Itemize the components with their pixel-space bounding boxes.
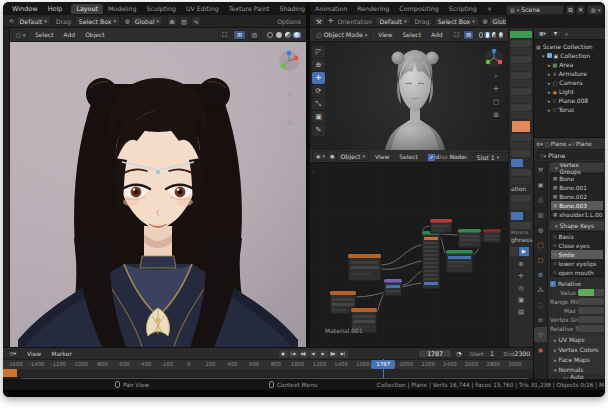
field-value-value[interactable]	[578, 289, 604, 296]
outliner-row-scene-collection[interactable]: ▦Scene Collection	[536, 42, 605, 51]
menu-help[interactable]: Help	[43, 5, 68, 13]
current-frame-pill[interactable]: 1787	[371, 360, 395, 369]
active-tool-dropdown[interactable]: ⚒	[313, 16, 325, 26]
next-keyframe-button[interactable]: ▮▶	[329, 350, 338, 358]
outliner-row-torus[interactable]: ▸▽Torus	[536, 105, 605, 114]
zoom-icon-2[interactable]: ⌕	[490, 70, 502, 83]
section-uv-maps[interactable]: ▸UV Maps	[550, 335, 604, 344]
rotate-gizmo-icon[interactable]: ◎	[509, 282, 533, 294]
workspace-tab-sculpting[interactable]: Sculpting	[142, 4, 181, 14]
expand-arrow-icon[interactable]: ▸	[548, 80, 551, 86]
perspective-toggle-icon[interactable]: ⊞	[283, 116, 297, 130]
menu-window[interactable]: Window	[7, 5, 43, 13]
scene-selector[interactable]: ▤ ▾ Scene	[506, 5, 564, 15]
tab-particles[interactable]: ⁂	[534, 282, 547, 297]
menu-add[interactable]: Add	[426, 31, 448, 38]
menu-view[interactable]: View	[373, 31, 397, 38]
shader-node[interactable]	[458, 229, 481, 248]
shader-node-editor[interactable]: Material.001 ‹	[310, 163, 508, 347]
menu-add[interactable]: Add	[59, 31, 81, 38]
falloff-dropdown[interactable]: ∿	[191, 16, 201, 26]
expand-arrow-icon[interactable]: ▸	[548, 62, 551, 68]
workspace-tab-compositing[interactable]: Compositing	[394, 4, 443, 14]
options-button[interactable]: Options	[277, 18, 301, 25]
tab-world[interactable]: ◯	[534, 237, 547, 252]
timeline-track[interactable]	[3, 369, 533, 377]
shader-object-dropdown[interactable]: Object▾	[336, 151, 369, 161]
cursor-crosshair-icon[interactable]: ⊕	[509, 258, 533, 270]
expand-arrow-icon[interactable]: ▸	[548, 89, 551, 95]
gizmo-dropdown-matcap[interactable]: ⛶	[451, 30, 462, 40]
tab-object[interactable]: ▢	[534, 252, 547, 267]
mode-dropdown-matcap[interactable]: ▢ Object Mode▾	[313, 30, 371, 40]
expand-arrow-icon[interactable]: ▸	[548, 107, 551, 113]
mode-dropdown-left[interactable]: ▢▾	[12, 30, 28, 40]
timeline-editor-dropdown[interactable]: ◷▾	[6, 350, 20, 358]
search-icon[interactable]: ⌕	[565, 30, 568, 38]
camera-view-icon-2[interactable]: ▢	[490, 96, 502, 109]
field-value-relative-to[interactable]	[578, 325, 604, 332]
workspace-tab--[interactable]: +	[482, 4, 497, 14]
workspace-tab-shading[interactable]: Shading	[274, 4, 310, 14]
mix-shader-node[interactable]	[446, 250, 473, 273]
workspace-tab-texture-paint[interactable]: Texture Paint	[224, 4, 275, 14]
jump-to-end-button[interactable]: ▶|	[339, 350, 348, 358]
expand-arrow-icon[interactable]: ▸	[548, 71, 551, 77]
shading-rendered-button[interactable]	[294, 32, 300, 38]
expand-arrow-icon[interactable]: ▾	[542, 53, 545, 59]
expand-arrow-icon[interactable]: ▸	[548, 98, 551, 104]
use-nodes-checkbox[interactable]: ✓	[428, 154, 435, 161]
tab-constraints[interactable]: ⧉	[534, 312, 547, 327]
shading-material-button-2[interactable]	[492, 32, 496, 38]
field-value-range-min[interactable]	[578, 298, 604, 305]
play-button[interactable]: ▶	[319, 350, 328, 358]
tab-render[interactable]: ▣	[534, 177, 547, 192]
tab-modifiers[interactable]: ⚙	[534, 267, 547, 282]
shading-material-button[interactable]	[285, 32, 291, 38]
menu-select[interactable]: Select	[394, 153, 423, 160]
value-field-blue[interactable]	[511, 159, 523, 167]
clock-icon-button[interactable]: ◔	[454, 349, 464, 358]
base-color-swatch[interactable]	[512, 121, 530, 132]
outliner-row-area[interactable]: ▸▦Area	[536, 60, 605, 69]
pivot-dropdown-2[interactable]: Global▾	[489, 16, 506, 26]
viewport-3d-matcap[interactable]: ◸ ⊕ ✛ ⟳ ⤡ ▣ ✎	[310, 42, 508, 150]
move-gizmo-icon[interactable]: ✛	[509, 270, 533, 282]
list-item-bone-003[interactable]: ▦Bone.003	[551, 201, 603, 210]
perspective-toggle-icon-2[interactable]: ⊞	[490, 109, 502, 122]
list-item-lower-eyelips[interactable]: ◇lower eyelips	[551, 259, 603, 268]
play-button-blue[interactable]: ▶	[519, 247, 529, 256]
tab-tool[interactable]: ⚒	[534, 162, 547, 177]
tab-view-layer[interactable]: ▥	[534, 207, 547, 222]
workspace-tab-animation[interactable]: Animation	[310, 4, 352, 14]
frame-icon[interactable]: ▣	[509, 294, 533, 306]
value-field-blue-2[interactable]	[511, 212, 523, 220]
pivot-dropdown[interactable]: Global▾	[131, 16, 163, 26]
outliner-row-light[interactable]: ▸◉Light	[536, 87, 605, 96]
end-frame-field[interactable]: End 2300	[500, 349, 530, 358]
attribute-node[interactable]	[430, 219, 452, 233]
list-item-bone-002[interactable]: ▦Bone.002	[551, 192, 603, 201]
snap-magnet-toggle[interactable]: ⋒	[167, 16, 177, 26]
outliner-filter-dropdown[interactable]: ▼	[550, 30, 561, 38]
shape-keys-header[interactable]: ▾ Shape Keys	[550, 221, 604, 230]
list-item-bone-001[interactable]: ▦Bone.001	[551, 183, 603, 192]
menu-select[interactable]: Select	[397, 31, 426, 38]
field-value-vertex-group[interactable]	[578, 316, 604, 323]
menu-view[interactable]: View	[22, 350, 46, 357]
workspace-tab-uv-editing[interactable]: UV Editing	[181, 4, 224, 14]
list-item-bone[interactable]: ▦Bone	[551, 174, 603, 183]
tab-output[interactable]: ⎙	[534, 192, 547, 207]
view-layer-selector[interactable]: ▥ ▾	[587, 5, 603, 15]
workspace-tab-layout[interactable]: Layout	[71, 4, 102, 14]
menu-view[interactable]: View	[370, 153, 394, 160]
editor-icon-properties[interactable]: ⚙▾	[536, 141, 543, 147]
list-item-smile[interactable]: ◇Smile	[551, 250, 603, 259]
zoom-icon[interactable]: ⌕	[283, 74, 297, 88]
outliner-row-armature[interactable]: ▸✛Armature	[536, 69, 605, 78]
timeline-ruler[interactable]: -1600-1400-1200-1000-800-600-400-2000200…	[3, 359, 533, 369]
pan-hand-icon-2[interactable]: ✛	[490, 83, 502, 96]
shading-solid-button-2[interactable]	[486, 32, 490, 38]
tab-object-data[interactable]: ▽	[534, 327, 547, 342]
delete-scene-button[interactable]: ✕	[576, 5, 585, 15]
